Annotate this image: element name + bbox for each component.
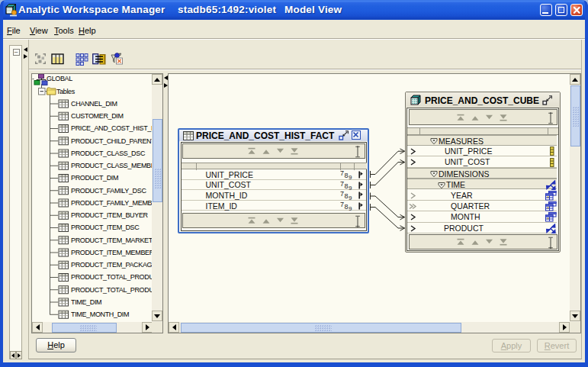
svg-text:8: 8: [344, 192, 348, 200]
svg-text:9: 9: [349, 195, 352, 200]
svg-text:7: 7: [340, 170, 344, 177]
svg-text:9: 9: [349, 174, 352, 179]
svg-text:8: 8: [344, 182, 348, 189]
svg-text:7: 7: [340, 201, 344, 208]
svg-text:9: 9: [349, 185, 352, 190]
svg-text:8: 8: [344, 202, 348, 210]
svg-text:9: 9: [349, 205, 352, 211]
svg-text:7: 7: [340, 181, 344, 188]
svg-text:7: 7: [340, 191, 344, 198]
svg-text:8: 8: [344, 172, 348, 179]
